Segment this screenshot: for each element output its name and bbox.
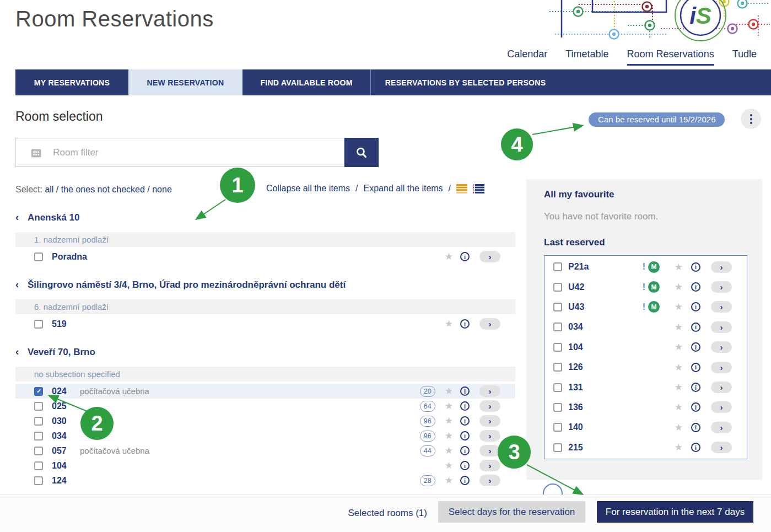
info-icon[interactable]: i [691, 323, 700, 332]
room-checkbox[interactable] [34, 252, 43, 261]
room-checkbox[interactable] [553, 283, 562, 292]
collapse-all-link[interactable]: Collapse all the items [266, 184, 350, 194]
next-7-days-button[interactable]: For reservation in the next 7 days [597, 501, 753, 523]
favourite-star-icon[interactable]: ★ [675, 362, 683, 373]
info-icon[interactable]: i [691, 363, 700, 372]
tab[interactable]: NEW RESERVATION [128, 69, 242, 95]
building-header[interactable]: ‹ Šilingrovo náměstí 3/4, Brno, Úřad pro… [15, 278, 515, 291]
tab[interactable]: RESERVATIONS BY SELECTED PERSONS [370, 69, 560, 95]
info-icon[interactable]: i [691, 423, 700, 432]
tab[interactable]: FIND AVAILABLE ROOM [242, 69, 370, 95]
info-icon[interactable]: i [460, 431, 470, 440]
room-checkbox[interactable] [553, 343, 562, 352]
favourite-star-icon[interactable]: ★ [675, 301, 683, 313]
info-icon[interactable]: i [460, 416, 470, 426]
compact-view-icon[interactable] [456, 184, 467, 194]
info-icon[interactable]: i [460, 386, 470, 396]
info-icon[interactable]: i [691, 302, 700, 311]
favourite-star-icon[interactable]: ★ [445, 400, 453, 412]
open-room-button[interactable]: › [479, 400, 500, 412]
favourite-star-icon[interactable]: ★ [445, 318, 453, 330]
favourite-star-icon[interactable]: ★ [445, 251, 453, 262]
select-all-link[interactable]: all [45, 185, 53, 194]
search-button[interactable] [344, 138, 379, 167]
select-days-button[interactable]: Select days for the reservation [438, 501, 585, 523]
room-checkbox[interactable] [553, 262, 562, 271]
open-room-button[interactable]: › [479, 460, 500, 471]
open-room-button[interactable]: › [711, 442, 732, 453]
room-checkbox[interactable] [34, 320, 43, 329]
open-room-button[interactable]: › [711, 261, 732, 273]
info-icon[interactable]: i [460, 461, 470, 470]
top-nav-link[interactable]: Tudle [732, 49, 757, 66]
open-room-button[interactable]: › [711, 401, 732, 413]
info-icon[interactable]: i [460, 476, 470, 485]
info-icon[interactable]: i [691, 402, 700, 412]
favourite-star-icon[interactable]: ★ [675, 401, 683, 413]
favourite-star-icon[interactable]: ★ [675, 422, 683, 433]
open-room-button[interactable]: › [479, 251, 500, 262]
building-header[interactable]: ‹ Veveří 70, Brno [15, 346, 515, 358]
open-room-button[interactable]: › [479, 385, 500, 397]
tab[interactable]: MY RESERVATIONS [15, 69, 128, 95]
open-room-button[interactable]: › [479, 415, 500, 427]
open-room-button[interactable]: › [479, 475, 500, 486]
favourite-star-icon[interactable]: ★ [675, 321, 683, 333]
info-icon[interactable]: i [460, 319, 470, 329]
info-icon[interactable]: i [691, 282, 700, 292]
room-checkbox[interactable] [34, 476, 43, 485]
room-checkbox[interactable] [553, 443, 562, 452]
open-room-button[interactable]: › [479, 430, 500, 442]
select-none-link[interactable]: none [152, 185, 172, 194]
favourite-star-icon[interactable]: ★ [445, 430, 453, 442]
open-room-button[interactable]: › [711, 362, 732, 373]
info-icon[interactable]: i [460, 446, 470, 455]
room-checkbox[interactable] [34, 447, 43, 455]
favourite-star-icon[interactable]: ★ [445, 460, 453, 471]
info-icon[interactable]: i [691, 262, 700, 272]
open-room-button[interactable]: › [711, 281, 732, 293]
favourite-star-icon[interactable]: ★ [675, 281, 683, 293]
open-room-button[interactable]: › [711, 321, 732, 333]
room-filter-input[interactable] [53, 147, 344, 158]
top-nav-link[interactable]: Room Reservations [627, 49, 714, 66]
favourite-star-icon[interactable]: ★ [675, 442, 683, 453]
room-checkbox[interactable] [34, 432, 43, 440]
more-options-button[interactable] [741, 109, 761, 129]
open-room-button[interactable]: › [479, 445, 500, 456]
favourite-star-icon[interactable]: ★ [445, 385, 453, 397]
open-room-button[interactable]: › [711, 341, 732, 353]
top-nav-link[interactable]: Timetable [565, 49, 608, 66]
open-room-button[interactable]: › [711, 422, 732, 433]
favourite-star-icon[interactable]: ★ [675, 341, 683, 353]
room-checkbox[interactable] [553, 423, 562, 432]
info-icon[interactable]: i [691, 443, 700, 452]
info-icon[interactable]: i [691, 383, 700, 392]
room-checkbox[interactable] [553, 383, 562, 392]
room-checkbox[interactable] [34, 387, 43, 396]
room-checkbox[interactable] [553, 323, 562, 331]
room-checkbox[interactable] [553, 363, 562, 372]
open-room-button[interactable]: › [711, 381, 732, 393]
favourite-star-icon[interactable]: ★ [675, 381, 683, 393]
favourite-star-icon[interactable]: ★ [445, 445, 453, 456]
select-unchecked-link[interactable]: the ones not checked [61, 185, 145, 194]
room-checkbox[interactable] [34, 461, 43, 470]
room-checkbox[interactable] [553, 303, 562, 311]
detailed-view-icon[interactable] [473, 184, 484, 194]
open-room-button[interactable]: › [711, 301, 732, 313]
favourite-star-icon[interactable]: ★ [445, 475, 453, 486]
info-icon[interactable]: i [460, 401, 470, 411]
info-icon[interactable]: i [691, 342, 700, 352]
top-nav-link[interactable]: Calendar [507, 49, 547, 66]
annotation-circle-4 [501, 128, 533, 160]
room-checkbox[interactable] [553, 403, 562, 412]
building-header[interactable]: ‹ Anenská 10 [15, 211, 515, 224]
favourite-star-icon[interactable]: ★ [675, 261, 683, 273]
info-icon[interactable]: i [460, 252, 470, 261]
room-checkbox[interactable] [34, 402, 43, 411]
favourite-star-icon[interactable]: ★ [445, 415, 453, 427]
room-checkbox[interactable] [34, 417, 43, 426]
open-room-button[interactable]: › [479, 318, 500, 330]
expand-all-link[interactable]: Expand all the items [364, 184, 443, 194]
